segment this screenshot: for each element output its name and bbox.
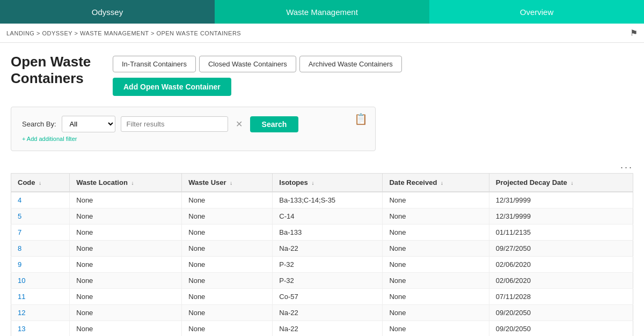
cell-waste-user: None: [182, 225, 273, 241]
table-row: 9 None None P-32 None 02/06/2020: [11, 257, 633, 273]
cell-date-received: None: [383, 273, 489, 289]
page-title: Open WasteContainers: [11, 54, 97, 87]
cell-isotopes: C-14: [273, 208, 383, 225]
table-row: 11 None None Co-57 None 07/11/2028: [11, 289, 633, 305]
table-row: 13 None None Na-22 None 09/20/2050: [11, 321, 633, 337]
col-waste-location: Waste Location ↓: [70, 174, 182, 192]
cell-date-received: None: [383, 225, 489, 241]
cell-code[interactable]: 11: [11, 289, 70, 305]
cell-projected-decay-date: 09/20/2050: [489, 305, 633, 321]
bookmark-icon[interactable]: ⚑: [630, 28, 638, 38]
cell-isotopes: Na-22: [273, 305, 383, 321]
cell-date-received: None: [383, 208, 489, 225]
cell-isotopes: P-32: [273, 257, 383, 273]
waste-user-sort-icon[interactable]: ↓: [230, 180, 232, 186]
table-section: ... Code ↓ Waste Location ↓ Waste User ↓…: [11, 160, 633, 336]
cell-date-received: None: [383, 241, 489, 257]
filter-results-input[interactable]: [121, 116, 228, 132]
cell-code[interactable]: 10: [11, 273, 70, 289]
code-sort-icon[interactable]: ↓: [39, 180, 41, 186]
cell-code[interactable]: 13: [11, 321, 70, 337]
cell-isotopes: Na-22: [273, 321, 383, 337]
cell-date-received: None: [383, 289, 489, 305]
nav-waste-management[interactable]: Waste Management: [215, 0, 429, 24]
breadcrumb: LANDING > ODYSSEY > WASTE MANAGEMENT > O…: [6, 30, 241, 36]
search-by-select[interactable]: All: [62, 116, 115, 132]
projected-decay-sort-icon[interactable]: ↓: [570, 180, 573, 186]
search-by-label: Search By:: [22, 120, 56, 128]
cell-waste-location: None: [70, 289, 182, 305]
cell-date-received: None: [383, 321, 489, 337]
cell-waste-user: None: [182, 305, 273, 321]
add-filter-link[interactable]: + Add additional filter: [22, 136, 364, 142]
tab-in-transit[interactable]: In-Transit Containers: [113, 56, 196, 72]
code-link[interactable]: 12: [18, 309, 25, 317]
table-row: 7 None None Ba-133 None 01/11/2135: [11, 225, 633, 241]
cell-code[interactable]: 12: [11, 305, 70, 321]
code-link[interactable]: 4: [18, 196, 21, 204]
cell-waste-location: None: [70, 192, 182, 208]
code-link[interactable]: 10: [18, 277, 25, 285]
tab-archived[interactable]: Archived Waste Containers: [299, 56, 402, 72]
cell-date-received: None: [383, 305, 489, 321]
main-content: Open WasteContainers In-Transit Containe…: [0, 43, 644, 336]
cell-isotopes: Na-22: [273, 241, 383, 257]
cell-waste-user: None: [182, 273, 273, 289]
cell-waste-location: None: [70, 208, 182, 225]
cell-waste-user: None: [182, 241, 273, 257]
cell-projected-decay-date: 02/06/2020: [489, 257, 633, 273]
date-received-sort-icon[interactable]: ↓: [441, 180, 443, 186]
code-link[interactable]: 8: [18, 244, 21, 252]
cell-date-received: None: [383, 257, 489, 273]
cell-waste-user: None: [182, 208, 273, 225]
cell-code[interactable]: 7: [11, 225, 70, 241]
code-link[interactable]: 9: [18, 260, 21, 268]
cell-code[interactable]: 9: [11, 257, 70, 273]
nav-overview[interactable]: Overview: [429, 0, 644, 24]
code-link[interactable]: 11: [18, 293, 25, 301]
cell-waste-location: None: [70, 273, 182, 289]
waste-location-sort-icon[interactable]: ↓: [131, 180, 134, 186]
nav-waste-label: Waste Management: [286, 8, 358, 17]
cell-projected-decay-date: 02/06/2020: [489, 273, 633, 289]
waste-containers-table: Code ↓ Waste Location ↓ Waste User ↓ Iso…: [11, 173, 633, 336]
search-container: 📋 Search By: All ✕ Search + Add addition…: [11, 107, 376, 156]
tab-buttons: In-Transit Containers Closed Waste Conta…: [113, 56, 402, 72]
table-row: 4 None None Ba-133;C-14;S-35 None 12/31/…: [11, 192, 633, 208]
cell-waste-location: None: [70, 241, 182, 257]
table-header: Code ↓ Waste Location ↓ Waste User ↓ Iso…: [11, 174, 633, 192]
top-nav: Odyssey Waste Management Overview: [0, 0, 644, 24]
code-link[interactable]: 5: [18, 212, 21, 220]
col-waste-user: Waste User ↓: [182, 174, 273, 192]
table-body: 4 None None Ba-133;C-14;S-35 None 12/31/…: [11, 192, 633, 336]
cell-projected-decay-date: 09/20/2050: [489, 321, 633, 337]
cell-waste-user: None: [182, 321, 273, 337]
cell-projected-decay-date: 09/27/2050: [489, 241, 633, 257]
cell-waste-location: None: [70, 225, 182, 241]
cell-code[interactable]: 8: [11, 241, 70, 257]
code-link[interactable]: 7: [18, 228, 21, 236]
add-open-waste-container-button[interactable]: Add Open Waste Container: [113, 78, 231, 96]
search-button[interactable]: Search: [250, 116, 299, 132]
cell-projected-decay-date: 12/31/9999: [489, 192, 633, 208]
cell-code[interactable]: 5: [11, 208, 70, 225]
clipboard-icon[interactable]: 📋: [354, 113, 368, 125]
cell-isotopes: Ba-133;C-14;S-35: [273, 192, 383, 208]
clear-filter-button[interactable]: ✕: [233, 119, 245, 129]
nav-odyssey[interactable]: Odyssey: [0, 0, 215, 24]
cell-projected-decay-date: 12/31/9999: [489, 208, 633, 225]
cell-waste-user: None: [182, 289, 273, 305]
nav-overview-label: Overview: [520, 8, 554, 17]
cell-waste-location: None: [70, 321, 182, 337]
cell-isotopes: Ba-133: [273, 225, 383, 241]
cell-code[interactable]: 4: [11, 192, 70, 208]
cell-waste-location: None: [70, 257, 182, 273]
cell-projected-decay-date: 01/11/2135: [489, 225, 633, 241]
code-link[interactable]: 13: [18, 325, 25, 333]
search-area: 📋 Search By: All ✕ Search + Add addition…: [11, 107, 376, 151]
isotopes-sort-icon[interactable]: ↓: [311, 180, 314, 186]
cell-isotopes: P-32: [273, 273, 383, 289]
more-options-button[interactable]: ...: [11, 160, 633, 171]
cell-date-received: None: [383, 192, 489, 208]
tab-closed[interactable]: Closed Waste Containers: [199, 56, 296, 72]
